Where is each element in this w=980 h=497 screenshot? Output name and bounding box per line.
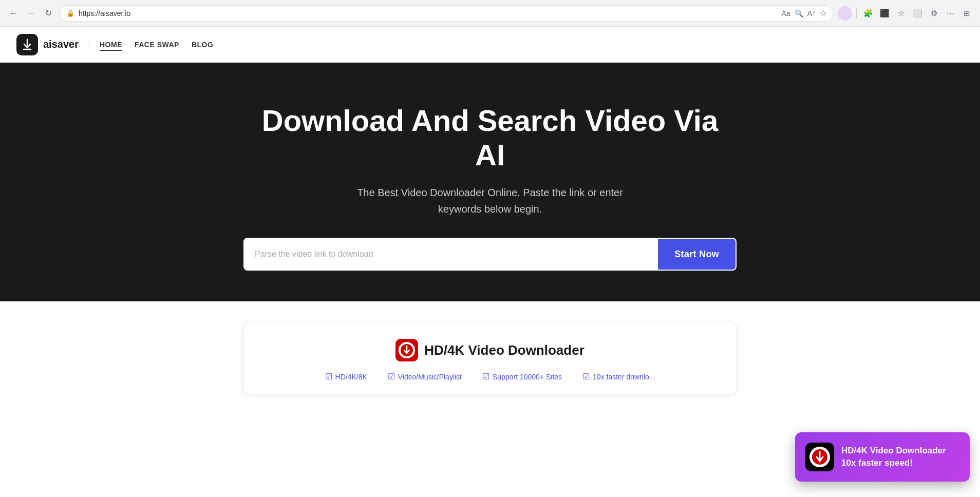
hero-section: Download And Search Video Via AI The Bes… xyxy=(0,63,980,301)
popup-app-icon xyxy=(805,443,834,471)
back-button[interactable]: ← xyxy=(6,6,21,21)
back-icon: ← xyxy=(9,9,17,18)
font-icon: A↑ xyxy=(807,9,816,17)
app-icon xyxy=(395,339,418,361)
copilot-icon[interactable]: ⚙ xyxy=(927,6,941,21)
site-header: aisaver HOME FACE SWAP BLOG xyxy=(0,27,980,63)
check-icon-1: ☑ xyxy=(388,372,395,381)
site-nav: HOME FACE SWAP BLOG xyxy=(100,41,213,49)
page-wrapper: aisaver HOME FACE SWAP BLOG Download And… xyxy=(0,27,980,497)
browser-nav-buttons: ← → ↻ xyxy=(6,6,55,21)
nav-divider xyxy=(89,39,89,51)
tabs-icon[interactable]: ⬜ xyxy=(910,6,925,21)
hero-title: Download And Search Video Via AI xyxy=(259,104,721,172)
feature-label-0: HD/4K/8K xyxy=(335,373,367,381)
feature-label-3: 10x faster downlo... xyxy=(593,373,655,381)
popup-title: HD/4K Video Downloader xyxy=(841,445,946,457)
feature-item-2: ☑ Support 10000+ Sites xyxy=(482,372,562,381)
search-bar-container: Start Now xyxy=(243,238,737,271)
refresh-button[interactable]: ↻ xyxy=(41,6,55,21)
feature-card-title: HD/4K Video Downloader xyxy=(424,342,585,358)
feature-label-2: Support 10000+ Sites xyxy=(493,373,562,381)
lock-icon: 🔒 xyxy=(66,9,74,17)
check-icon-0: ☑ xyxy=(325,372,332,381)
popup-subtitle: 10x faster speed! xyxy=(841,457,946,469)
search-input[interactable] xyxy=(244,239,658,270)
logo-icon xyxy=(16,34,38,55)
translate-icon: Aa xyxy=(782,9,790,17)
forward-button[interactable]: → xyxy=(24,6,38,21)
feature-item-3: ☑ 10x faster downlo... xyxy=(582,372,655,381)
features-list: ☑ HD/4K/8K ☑ Video/Music/Playlist ☑ Supp… xyxy=(325,372,655,381)
check-icon-2: ☑ xyxy=(482,372,489,381)
sidebar-icon[interactable]: ⬛ xyxy=(877,6,892,21)
popup-text-block: HD/4K Video Downloader 10x faster speed! xyxy=(841,445,946,469)
feature-label-1: Video/Music/Playlist xyxy=(398,373,462,381)
refresh-icon: ↻ xyxy=(45,8,52,18)
nav-face-swap[interactable]: FACE SWAP xyxy=(135,41,179,49)
extensions-icon[interactable]: 🧩 xyxy=(861,6,875,21)
address-bar[interactable]: 🔒 https://aisaver.io Aa 🔍 A↑ ☆ xyxy=(60,5,834,22)
feature-section: HD/4K Video Downloader ☑ HD/4K/8K ☑ Vide… xyxy=(0,301,980,394)
more-icon[interactable]: ⋯ xyxy=(943,6,957,21)
logo-area: aisaver xyxy=(16,34,79,55)
nav-home[interactable]: HOME xyxy=(100,41,122,49)
feature-item-1: ☑ Video/Music/Playlist xyxy=(388,372,462,381)
star-icon: ☆ xyxy=(820,8,827,18)
check-icon-3: ☑ xyxy=(582,372,590,381)
nav-blog[interactable]: BLOG xyxy=(192,41,213,49)
browser-toolbar-icons: 🧩 ⬛ ☆ ⬜ ⚙ ⋯ ⊞ xyxy=(838,6,974,21)
hero-subtitle: The Best Video Downloader Online. Paste … xyxy=(336,184,644,217)
collections-icon[interactable]: ☆ xyxy=(894,6,908,21)
profile-button[interactable] xyxy=(838,6,852,21)
feature-card: HD/4K Video Downloader ☑ HD/4K/8K ☑ Vide… xyxy=(243,322,737,394)
browser-chrome: ← → ↻ 🔒 https://aisaver.io Aa 🔍 A↑ ☆ 🧩 ⬛… xyxy=(0,0,980,27)
start-now-button[interactable]: Start Now xyxy=(658,239,736,270)
forward-icon: → xyxy=(27,9,35,18)
new-tab-icon[interactable]: ⊞ xyxy=(959,6,974,21)
feature-item-0: ☑ HD/4K/8K xyxy=(325,372,367,381)
feature-card-title-row: HD/4K Video Downloader xyxy=(395,339,585,361)
toolbar-divider xyxy=(856,8,857,18)
logo-text: aisaver xyxy=(43,39,79,50)
zoom-icon: 🔍 xyxy=(795,9,803,17)
url-text: https://aisaver.io xyxy=(79,9,778,17)
popup-banner[interactable]: HD/4K Video Downloader 10x faster speed! xyxy=(795,432,970,482)
